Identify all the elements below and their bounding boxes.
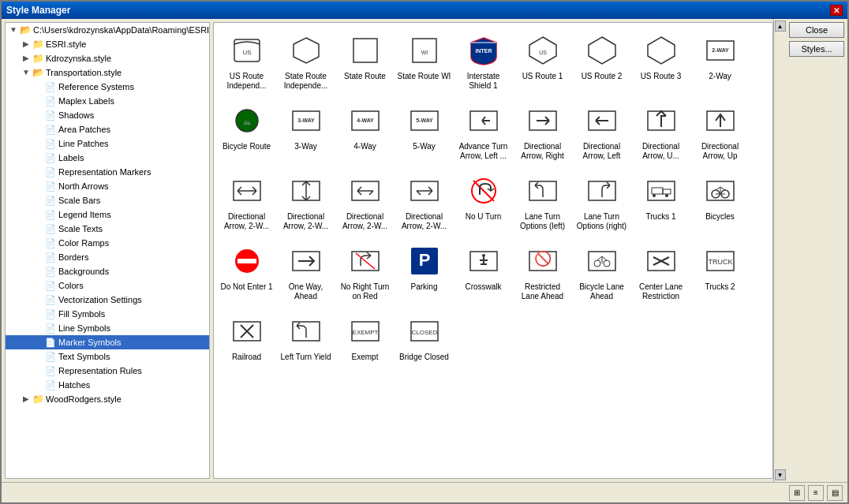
symbol-item-state_route_wi[interactable]: WI State Route WI bbox=[395, 26, 454, 96]
symbol-label-us_route_indep1: US Route Independ... bbox=[219, 72, 274, 91]
view-detail-icon[interactable]: ▤ bbox=[827, 485, 843, 501]
tree-item-borders[interactable]: 📄Borders bbox=[6, 250, 209, 264]
styles-button[interactable]: Styles... bbox=[789, 41, 844, 57]
symbol-icon-directional_arrow_right bbox=[524, 102, 562, 140]
tree-item-labels[interactable]: 📄Labels bbox=[6, 151, 209, 165]
tree-item-colors[interactable]: 📄Colors bbox=[6, 278, 209, 293]
symbol-item-do_not_enter_1[interactable]: Do Not Enter 1 bbox=[217, 237, 276, 307]
expander-placeholder bbox=[34, 323, 43, 333]
symbol-icon-railroad bbox=[228, 312, 266, 350]
tree-item-maplex_labels[interactable]: 📄Maplex Labels bbox=[6, 94, 209, 108]
symbol-item-exempt[interactable]: EXEMPT Exempt bbox=[335, 307, 395, 368]
close-button[interactable]: ✕ bbox=[830, 5, 843, 16]
symbol-item-no_u_turn[interactable]: No U Turn bbox=[454, 166, 513, 237]
symbol-item-directional_arrow_up[interactable]: Directional Arrow, Up bbox=[690, 96, 750, 166]
symbol-item-crosswalk[interactable]: Crosswalk bbox=[454, 237, 513, 307]
symbol-item-bicycle_lane_ahead[interactable]: Bicycle Lane Ahead bbox=[572, 237, 631, 307]
symbol-item-trucks_1[interactable]: Trucks 1 bbox=[631, 166, 690, 237]
symbol-item-trucks_2[interactable]: TRUCK Trucks 2 bbox=[690, 237, 750, 307]
symbol-item-us_route_3[interactable]: US Route 3 bbox=[631, 26, 690, 96]
scrollbar[interactable]: ▲ ▼ bbox=[773, 19, 786, 482]
symbol-item-bicycle_route[interactable]: 🚲 Bicycle Route bbox=[217, 96, 276, 166]
symbol-item-bicycles[interactable]: Bicycles bbox=[690, 166, 750, 237]
svg-text:🚫: 🚫 bbox=[534, 250, 552, 267]
tree-item-scale_texts[interactable]: 📄Scale Texts bbox=[6, 222, 209, 236]
symbol-item-directional_arrow_2w_b[interactable]: Directional Arrow, 2-W... bbox=[276, 166, 335, 237]
symbol-item-5way[interactable]: 5-WAY 5-Way bbox=[395, 96, 454, 166]
symbol-item-directional_arrow_2w_a[interactable]: Directional Arrow, 2-W... bbox=[217, 166, 276, 237]
symbol-item-lane_turn_right[interactable]: Lane Turn Options (right) bbox=[572, 166, 631, 237]
symbol-item-advance_turn_arrow_left[interactable]: Advance Turn Arrow, Left ... bbox=[454, 96, 513, 166]
tree-item-north_arrows[interactable]: 📄North Arrows bbox=[6, 179, 209, 193]
symbol-item-directional_arrow_2w_d[interactable]: Directional Arrow, 2-W... bbox=[395, 166, 454, 237]
symbol-item-state_route[interactable]: State Route bbox=[335, 26, 395, 96]
symbol-label-directional_arrow_left: Directional Arrow, Left bbox=[574, 142, 629, 161]
symbol-item-directional_arrow_left[interactable]: Directional Arrow, Left bbox=[572, 96, 631, 166]
symbol-item-railroad[interactable]: Railroad bbox=[217, 307, 276, 368]
symbol-icon-5way: 5-WAY bbox=[406, 102, 443, 140]
tree-item-hatches[interactable]: 📄Hatches bbox=[6, 378, 209, 392]
page-icon: 📄 bbox=[44, 166, 57, 178]
symbol-item-one_way_ahead[interactable]: One Way, Ahead bbox=[276, 237, 335, 307]
close-button-main[interactable]: Close bbox=[789, 22, 844, 38]
symbol-icon-one_way_ahead bbox=[287, 242, 325, 280]
tree-item-fill_symbols[interactable]: 📄Fill Symbols bbox=[6, 307, 209, 321]
tree-item-kdrozynska_path[interactable]: ▼📂C:\Users\kdrozynska\AppData\Roaming\ES… bbox=[6, 23, 209, 37]
tree-item-line_patches[interactable]: 📄Line Patches bbox=[6, 136, 209, 151]
symbol-item-us_route_1[interactable]: US US Route 1 bbox=[513, 26, 572, 96]
symbol-item-restricted_lane_ahead[interactable]: 🚫 Restricted Lane Ahead bbox=[513, 237, 572, 307]
tree-item-esri_style[interactable]: ▶📁ESRI.style bbox=[6, 37, 209, 51]
tree-item-representation_markers[interactable]: 📄Representation Markers bbox=[6, 165, 209, 179]
tree-item-scale_bars[interactable]: 📄Scale Bars bbox=[6, 193, 209, 207]
tree-label: Maplex Labels bbox=[58, 95, 114, 107]
symbol-item-lane_turn_left[interactable]: Lane Turn Options (left) bbox=[513, 166, 572, 237]
symbol-label-directional_arrow_2w_d: Directional Arrow, 2-W... bbox=[397, 212, 451, 231]
symbol-item-4way[interactable]: 4-WAY 4-Way bbox=[335, 96, 395, 166]
page-icon: 📄 bbox=[44, 180, 57, 192]
symbol-item-parking[interactable]: P Parking bbox=[395, 237, 454, 307]
symbol-item-interstate_shield_1[interactable]: INTER Interstate Shield 1 bbox=[454, 26, 513, 96]
scroll-up[interactable]: ▲ bbox=[775, 21, 786, 32]
symbol-item-us_route_indep1[interactable]: US US Route Independ... bbox=[217, 26, 276, 96]
tree-item-reference_systems[interactable]: 📄Reference Systems bbox=[6, 80, 209, 94]
tree-item-line_symbols[interactable]: 📄Line Symbols bbox=[6, 321, 209, 335]
view-large-icon[interactable]: ⊞ bbox=[789, 485, 805, 501]
tree-item-representation_rules[interactable]: 📄Representation Rules bbox=[6, 364, 209, 378]
tree-item-woodrodgers_style[interactable]: ▶📁WoodRodgers.style bbox=[6, 392, 209, 406]
symbol-item-no_right_turn_red[interactable]: No Right Turn on Red bbox=[335, 237, 395, 307]
symbol-item-directional_arrow_up_r[interactable]: Directional Arrow, U... bbox=[631, 96, 690, 166]
tree-item-vectorization_settings[interactable]: 📄Vectorization Settings bbox=[6, 293, 209, 307]
symbol-item-3way[interactable]: 3-WAY 3-Way bbox=[276, 96, 335, 166]
tree-item-marker_symbols[interactable]: 📄Marker Symbols bbox=[6, 335, 209, 349]
tree-item-text_symbols[interactable]: 📄Text Symbols bbox=[6, 349, 209, 364]
expander-placeholder bbox=[34, 281, 43, 290]
svg-text:5-WAY: 5-WAY bbox=[416, 118, 433, 123]
page-icon: 📄 bbox=[44, 208, 57, 221]
tree-item-transportation_style[interactable]: ▼📂Transportation.style bbox=[6, 65, 209, 80]
tree-item-shadows[interactable]: 📄Shadows bbox=[6, 108, 209, 122]
symbol-label-advance_turn_arrow_left: Advance Turn Arrow, Left ... bbox=[456, 142, 511, 161]
scroll-down[interactable]: ▼ bbox=[775, 469, 786, 480]
expander-icon: ▶ bbox=[21, 54, 31, 63]
svg-marker-11 bbox=[648, 37, 675, 64]
symbol-icon-directional_arrow_left bbox=[583, 102, 621, 140]
svg-text:INTER: INTER bbox=[475, 48, 492, 54]
symbol-icon-directional_arrow_2w_a bbox=[228, 172, 266, 210]
view-list-icon[interactable]: ≡ bbox=[808, 485, 824, 501]
symbol-label-left_turn_yield: Left Turn Yield bbox=[281, 353, 331, 362]
symbol-item-state_route_indep1[interactable]: State Route Independe... bbox=[276, 26, 335, 96]
tree-item-color_ramps[interactable]: 📄Color Ramps bbox=[6, 236, 209, 250]
symbol-item-center_lane_restriction[interactable]: Center Lane Restriction bbox=[631, 237, 690, 307]
tree-item-backgrounds[interactable]: 📄Backgrounds bbox=[6, 264, 209, 278]
symbol-item-2way[interactable]: 2-WAY 2-Way bbox=[690, 26, 750, 96]
symbol-label-3way: 3-Way bbox=[294, 142, 317, 151]
tree-item-area_patches[interactable]: 📄Area Patches bbox=[6, 122, 209, 136]
symbol-item-us_route_2[interactable]: US Route 2 bbox=[572, 26, 631, 96]
symbol-item-directional_arrow_2w_c[interactable]: Directional Arrow, 2-W... bbox=[335, 166, 395, 237]
tree-item-legend_items[interactable]: 📄Legend Items bbox=[6, 207, 209, 222]
symbol-item-bridge_closed[interactable]: CLOSED Bridge Closed bbox=[395, 307, 454, 368]
expander-placeholder bbox=[34, 210, 43, 219]
symbol-item-left_turn_yield[interactable]: Left Turn Yield bbox=[276, 307, 335, 368]
symbol-item-directional_arrow_right[interactable]: Directional Arrow, Right bbox=[513, 96, 572, 166]
tree-item-kdrozynska_style[interactable]: ▶📁Kdrozynska.style bbox=[6, 51, 209, 65]
